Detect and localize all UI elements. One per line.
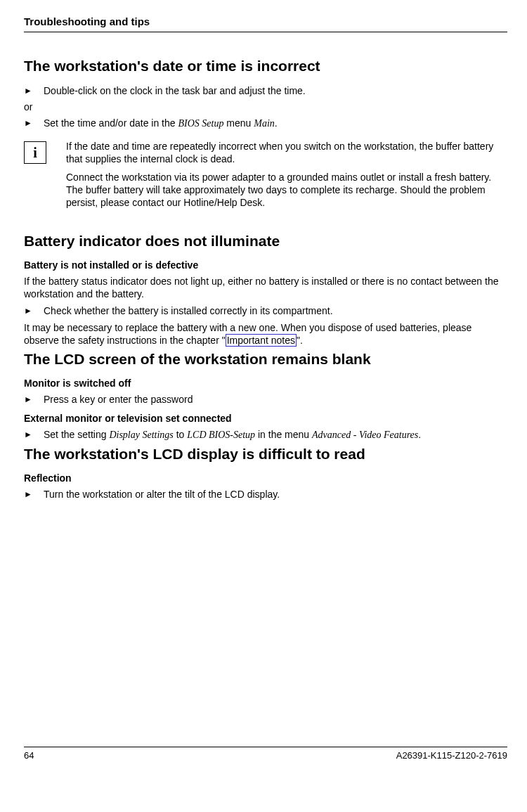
- display-settings-term: Display Settings: [109, 430, 173, 440]
- info-paragraph: Connect the workstation via its power ad…: [66, 171, 507, 209]
- bios-setup-term: BIOS Setup: [178, 118, 223, 129]
- info-note-block: i If the date and time are repeatedly in…: [24, 140, 507, 214]
- instruction-item: ► Turn the workstation or alter the tilt…: [24, 488, 507, 501]
- instruction-text: Double-click on the clock in the task ba…: [44, 84, 507, 97]
- document-id: A26391-K115-Z120-2-7619: [396, 750, 507, 761]
- instruction-text: Press a key or enter the password: [44, 393, 507, 406]
- text-fragment: Set the time and/or date in the: [44, 117, 178, 129]
- text-fragment: in the menu: [255, 429, 312, 440]
- text-fragment: .: [275, 117, 278, 129]
- info-icon: i: [24, 141, 46, 164]
- instruction-text: Set the time and/or date in the BIOS Set…: [44, 117, 507, 130]
- instruction-text: Set the setting Display Settings to LCD …: [44, 428, 507, 442]
- instruction-item: ► Double-click on the clock in the task …: [24, 84, 507, 97]
- advanced-video-features-term: Advanced - Video Features: [312, 430, 418, 440]
- info-paragraph: If the date and time are repeatedly inco…: [66, 140, 507, 165]
- body-paragraph: If the battery status indicator does not…: [24, 275, 507, 300]
- heading-lcd-blank: The LCD screen of the workstation remain…: [24, 351, 507, 368]
- heading-battery-indicator: Battery indicator does not illuminate: [24, 233, 507, 250]
- running-header: Troubleshooting and tips: [24, 15, 507, 32]
- info-note-text: If the date and time are repeatedly inco…: [66, 140, 507, 214]
- text-fragment: Set the setting: [44, 429, 109, 440]
- page-number: 64: [24, 750, 34, 761]
- heading-lcd-difficult-read: The workstation's LCD display is difficu…: [24, 446, 507, 463]
- heading-date-time-incorrect: The workstation's date or time is incorr…: [24, 58, 507, 75]
- document-page: Troubleshooting and tips The workstation…: [0, 0, 527, 773]
- instruction-item: ► Set the setting Display Settings to LC…: [24, 428, 507, 442]
- triangle-bullet-icon: ►: [24, 84, 44, 97]
- triangle-bullet-icon: ►: [24, 488, 44, 501]
- triangle-bullet-icon: ►: [24, 393, 44, 406]
- instruction-item: ► Press a key or enter the password: [24, 393, 507, 406]
- or-separator: or: [24, 101, 507, 112]
- text-fragment: ".: [297, 335, 303, 346]
- important-notes-link[interactable]: Important notes: [226, 334, 297, 347]
- triangle-bullet-icon: ►: [24, 117, 44, 130]
- subheading-reflection: Reflection: [24, 472, 507, 484]
- triangle-bullet-icon: ►: [24, 428, 44, 442]
- text-fragment: menu: [223, 117, 254, 129]
- menu-main-term: Main: [254, 118, 275, 129]
- body-paragraph: It may be necessary to replace the batte…: [24, 321, 507, 347]
- subheading-monitor-off: Monitor is switched off: [24, 378, 507, 389]
- text-fragment: to: [174, 429, 187, 440]
- triangle-bullet-icon: ►: [24, 304, 44, 317]
- lcd-bios-setup-term: LCD BIOS-Setup: [187, 430, 255, 440]
- instruction-text: Check whether the battery is installed c…: [44, 304, 507, 317]
- page-footer: 64 A26391-K115-Z120-2-7619: [24, 747, 507, 761]
- instruction-item: ► Set the time and/or date in the BIOS S…: [24, 117, 507, 130]
- subheading-battery-not-installed: Battery is not installed or is defective: [24, 259, 507, 271]
- instruction-text: Turn the workstation or alter the tilt o…: [44, 488, 507, 501]
- instruction-item: ► Check whether the battery is installed…: [24, 304, 507, 317]
- subheading-external-monitor: External monitor or television set conne…: [24, 413, 507, 424]
- text-fragment: .: [418, 429, 421, 440]
